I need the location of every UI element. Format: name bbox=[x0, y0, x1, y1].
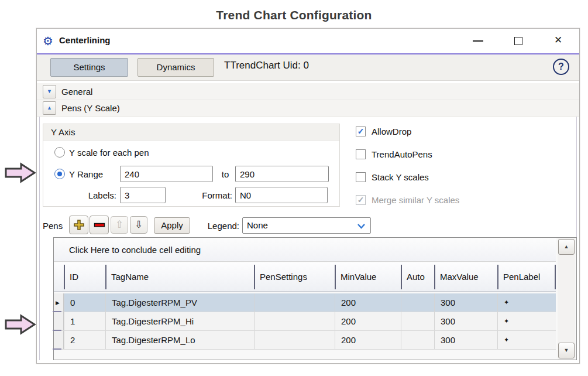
page-title: Trend Chart Configuration bbox=[0, 8, 588, 22]
section-label-pens: Pens (Y Scale) bbox=[61, 101, 120, 115]
minus-icon bbox=[94, 219, 105, 231]
apply-button[interactable]: Apply bbox=[154, 217, 190, 234]
scroll-down-button[interactable]: ▼ bbox=[558, 343, 575, 358]
chevron-down-icon bbox=[357, 223, 366, 229]
y-axis-groupbox: Y Axis Y scale for each pen Y Range to L… bbox=[43, 124, 340, 207]
annotation-arrow-icon bbox=[5, 314, 36, 335]
table-row[interactable]: ▶ 0 Tag.DigesterRPM_PV 200 300 ✦ bbox=[54, 293, 556, 312]
screenshot-root: Trend Chart Configuration ⚙ Centerlining… bbox=[0, 0, 588, 376]
tab-settings[interactable]: Settings bbox=[50, 58, 128, 77]
labels-input[interactable] bbox=[120, 187, 166, 203]
cell-minvalue[interactable]: 200 bbox=[335, 293, 401, 312]
maximize-button[interactable] bbox=[514, 37, 522, 45]
radio-label-each-pen: Y scale for each pen bbox=[69, 148, 149, 158]
merge-similar-label: Merge similar Y scales bbox=[372, 195, 459, 206]
cell-pensettings[interactable] bbox=[254, 331, 335, 349]
close-button[interactable]: ✕ bbox=[554, 34, 562, 47]
grid-vertical-scrollbar[interactable]: ▲ ▼ bbox=[558, 238, 575, 360]
column-header-pensettings[interactable]: PenSettings bbox=[254, 262, 335, 291]
y-axis-group-title: Y Axis bbox=[43, 124, 339, 141]
cell-auto bbox=[401, 293, 434, 312]
row-resize-grip[interactable] bbox=[53, 330, 61, 331]
plus-icon bbox=[73, 219, 85, 231]
legend-label: Legend: bbox=[205, 221, 239, 231]
row-header-cell[interactable] bbox=[54, 331, 64, 349]
cell-pensettings[interactable] bbox=[254, 312, 335, 330]
row-resize-grip[interactable] bbox=[53, 348, 61, 350]
tab-dynamics[interactable]: Dynamics bbox=[137, 58, 214, 77]
column-header-tagname[interactable]: TagName bbox=[105, 262, 254, 291]
merge-similar-checkbox: ✓ bbox=[356, 195, 366, 205]
cell-auto bbox=[401, 331, 434, 349]
remove-pen-button[interactable] bbox=[90, 216, 109, 234]
allowdrop-label: AllowDrop bbox=[372, 127, 411, 137]
cell-tagname[interactable]: Tag.DigesterRPM_PV bbox=[105, 293, 254, 312]
title-bar: ⚙ Centerlining ✕ bbox=[37, 29, 579, 53]
table-row[interactable]: 2 Tag.DigesterRPM_Lo 200 300 ✦ bbox=[54, 331, 556, 350]
section-row-general bbox=[37, 83, 579, 100]
cell-id[interactable]: 1 bbox=[64, 312, 105, 330]
column-header-id[interactable]: ID bbox=[64, 262, 105, 291]
column-header-penlabel[interactable]: PenLabel bbox=[497, 262, 555, 291]
format-label: Format: bbox=[178, 190, 232, 200]
column-header-auto[interactable]: Auto bbox=[401, 262, 434, 291]
radio-y-range[interactable] bbox=[54, 169, 65, 179]
format-input[interactable] bbox=[235, 187, 328, 203]
cell-maxvalue[interactable]: 300 bbox=[434, 312, 497, 330]
collapse-general-button[interactable]: ▼ bbox=[43, 85, 56, 98]
cell-auto bbox=[401, 312, 434, 330]
selected-row-arrow-icon: ▶ bbox=[56, 299, 60, 306]
radio-y-scale-each-pen[interactable] bbox=[54, 147, 65, 158]
legend-dropdown-value: None bbox=[247, 220, 268, 230]
row-resize-grip[interactable] bbox=[53, 311, 61, 312]
cell-pensettings[interactable] bbox=[254, 293, 335, 312]
cell-tagname[interactable]: Tag.DigesterRPM_Lo bbox=[105, 331, 254, 349]
labels-label: Labels: bbox=[67, 190, 116, 200]
cell-penlabel[interactable]: ✦ bbox=[497, 293, 555, 312]
y-range-from-input[interactable] bbox=[120, 166, 213, 182]
move-pen-up-button[interactable]: ⇧ bbox=[111, 216, 128, 234]
cell-penlabel[interactable]: ✦ bbox=[497, 331, 555, 349]
table-row[interactable]: 1 Tag.DigesterRPM_Hi 200 300 ✦ bbox=[54, 312, 556, 331]
y-range-to-input[interactable] bbox=[235, 166, 329, 182]
cell-id[interactable]: 2 bbox=[64, 331, 105, 349]
column-divider bbox=[555, 265, 556, 289]
legend-dropdown[interactable]: None bbox=[242, 217, 371, 234]
centerlining-window: ⚙ Centerlining ✕ Settings Dynamics TTren… bbox=[36, 28, 580, 364]
collapse-pens-button[interactable]: ▲ bbox=[43, 101, 56, 115]
row-header-cell[interactable]: ▶ bbox=[54, 293, 64, 312]
cell-minvalue[interactable]: 200 bbox=[335, 331, 401, 349]
stack-y-scales-label: Stack Y scales bbox=[372, 172, 429, 183]
scroll-up-button[interactable]: ▲ bbox=[558, 239, 575, 255]
annotation-arrow-icon bbox=[5, 162, 36, 183]
help-icon[interactable]: ? bbox=[553, 59, 569, 75]
stack-y-scales-checkbox[interactable] bbox=[356, 172, 366, 182]
row-header-cell[interactable] bbox=[54, 312, 64, 330]
minimize-button[interactable] bbox=[473, 40, 483, 42]
pens-grid: Click Here to conclude cell editing ID T… bbox=[53, 237, 577, 360]
allowdrop-checkbox[interactable]: ✓ bbox=[356, 127, 366, 136]
column-header-minvalue[interactable]: MinValue bbox=[335, 262, 401, 291]
cell-maxvalue[interactable]: 300 bbox=[434, 293, 497, 312]
cell-minvalue[interactable]: 200 bbox=[335, 312, 401, 330]
to-label: to bbox=[215, 169, 235, 179]
cell-penlabel[interactable]: ✦ bbox=[497, 312, 555, 330]
section-label-general: General bbox=[61, 85, 92, 98]
uid-label: TTrendChart Uid: 0 bbox=[224, 60, 309, 71]
grid-caption-bar[interactable]: Click Here to conclude cell editing bbox=[54, 238, 556, 262]
move-pen-down-button[interactable]: ⇩ bbox=[130, 216, 147, 234]
cell-id[interactable]: 0 bbox=[64, 293, 105, 312]
toolbar: Settings Dynamics TTrendChart Uid: 0 ? bbox=[37, 54, 579, 81]
window-title: Centerlining bbox=[59, 35, 111, 45]
gear-icon: ⚙ bbox=[43, 33, 53, 49]
column-header-maxvalue[interactable]: MaxValue bbox=[434, 262, 497, 291]
trendautopens-label: TrendAutoPens bbox=[372, 149, 432, 160]
cell-maxvalue[interactable]: 300 bbox=[434, 331, 497, 349]
add-pen-button[interactable] bbox=[69, 216, 88, 234]
cell-tagname[interactable]: Tag.DigesterRPM_Hi bbox=[105, 312, 254, 330]
pens-label: Pens bbox=[43, 221, 63, 231]
grid-header-row: ID TagName PenSettings MinValue Auto Max… bbox=[54, 262, 556, 292]
trendautopens-checkbox[interactable] bbox=[356, 149, 366, 159]
radio-label-y-range: Y Range bbox=[69, 169, 103, 179]
